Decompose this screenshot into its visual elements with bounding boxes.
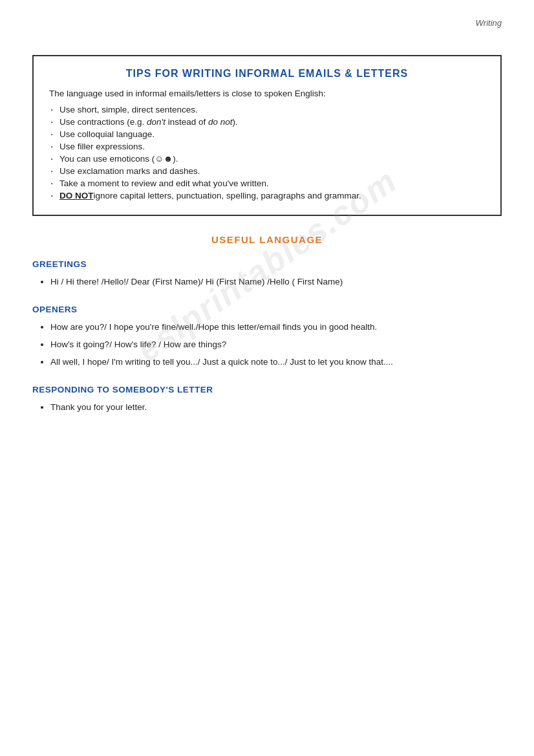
openers-heading: OPENERS <box>32 305 502 314</box>
greetings-heading: GREETINGS <box>32 259 502 269</box>
page: Writing eslprintables.com TIPS FOR WRITI… <box>0 0 534 756</box>
do-not-text: DO NOT <box>59 191 94 200</box>
list-item: Use short, simple, direct sentences. <box>49 105 485 114</box>
list-item: Take a moment to review and edit what yo… <box>49 178 485 188</box>
list-item: All well, I hope/ I'm writing to tell yo… <box>50 356 502 369</box>
tips-title: TIPS FOR WRITING INFORMAL EMAILS & LETTE… <box>49 68 485 80</box>
tips-box: TIPS FOR WRITING INFORMAL EMAILS & LETTE… <box>32 55 502 216</box>
greetings-list: Hi / Hi there! /Hello!/ Dear (First Name… <box>32 275 502 289</box>
list-item: Thank you for your letter. <box>50 401 502 415</box>
responding-heading: RESPONDING TO SOMEBODY'S LETTER <box>32 385 502 394</box>
tips-intro: The language used in informal emails/let… <box>49 89 485 98</box>
section-responding: RESPONDING TO SOMEBODY'S LETTER Thank yo… <box>32 385 502 415</box>
responding-list: Thank you for your letter. <box>32 401 502 415</box>
list-item: Use colloquial language. <box>49 129 485 139</box>
section-greetings: GREETINGS Hi / Hi there! /Hello!/ Dear (… <box>32 259 502 289</box>
list-item: You can use emoticons (☺☻). <box>49 154 485 164</box>
section-openers: OPENERS How are you?/ I hope you're fine… <box>32 305 502 369</box>
list-item: How's it going?/ How's life? / How are t… <box>50 338 502 352</box>
list-item: Hi / Hi there! /Hello!/ Dear (First Name… <box>50 275 502 289</box>
list-item: How are you?/ I hope you're fine/well./H… <box>50 321 502 334</box>
list-item: Use contractions (e.g. don't instead of … <box>49 117 485 127</box>
writing-label: Writing <box>476 18 502 28</box>
openers-list: How are you?/ I hope you're fine/well./H… <box>32 321 502 369</box>
list-item-do-not: DO NOTignore capital letters, punctuatio… <box>49 191 485 200</box>
list-item: Use filler expressions. <box>49 142 485 151</box>
list-item: Use exclamation marks and dashes. <box>49 166 485 176</box>
useful-language-title: USEFUL LANGUAGE <box>32 234 502 245</box>
tips-list: Use short, simple, direct sentences. Use… <box>49 105 485 200</box>
